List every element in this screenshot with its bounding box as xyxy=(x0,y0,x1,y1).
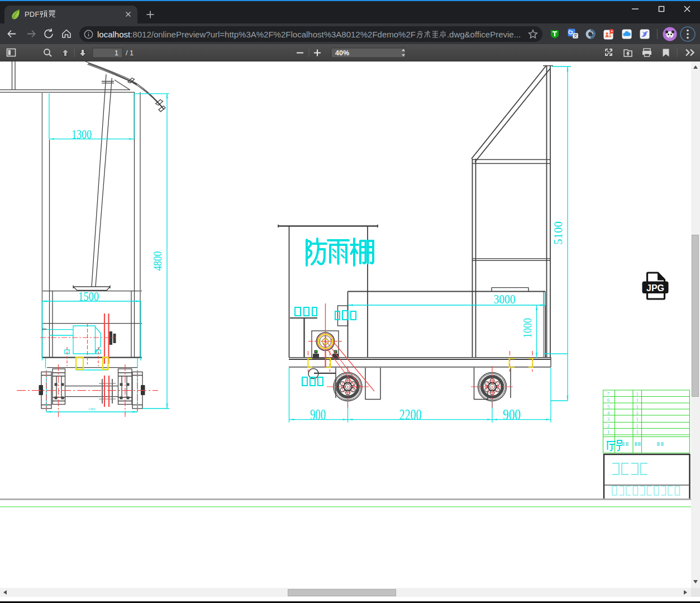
svg-text:3000: 3000 xyxy=(494,292,516,306)
svg-text:900: 900 xyxy=(503,406,521,423)
svg-text:40%: 40% xyxy=(335,49,349,57)
svg-text:1360: 1360 xyxy=(88,407,96,411)
svg-text:2: 2 xyxy=(607,423,610,429)
svg-text:1: 1 xyxy=(636,423,639,429)
svg-text:1: 1 xyxy=(636,429,639,435)
svg-text:4: 4 xyxy=(607,410,610,416)
svg-text:1: 1 xyxy=(607,429,610,435)
svg-text:1: 1 xyxy=(636,391,639,397)
svg-text:3: 3 xyxy=(607,416,610,422)
svg-text:1500: 1500 xyxy=(78,289,99,303)
svg-text:/ 1: / 1 xyxy=(126,49,134,57)
svg-text:6: 6 xyxy=(607,397,610,403)
svg-text:1: 1 xyxy=(636,410,639,416)
svg-text:1: 1 xyxy=(636,404,639,410)
svg-text:JPG: JPG xyxy=(646,283,664,293)
svg-text:1300: 1300 xyxy=(72,127,92,141)
svg-text:5: 5 xyxy=(607,404,610,410)
svg-text:2200: 2200 xyxy=(399,406,422,423)
svg-text:1: 1 xyxy=(115,49,118,57)
svg-text:4800: 4800 xyxy=(151,251,164,271)
svg-text:1000: 1000 xyxy=(521,318,534,338)
svg-text:1: 1 xyxy=(636,416,639,422)
svg-text:7: 7 xyxy=(607,391,610,397)
svg-text:5100: 5100 xyxy=(552,221,564,245)
svg-text:1: 1 xyxy=(636,397,639,403)
svg-text:900: 900 xyxy=(310,406,326,423)
